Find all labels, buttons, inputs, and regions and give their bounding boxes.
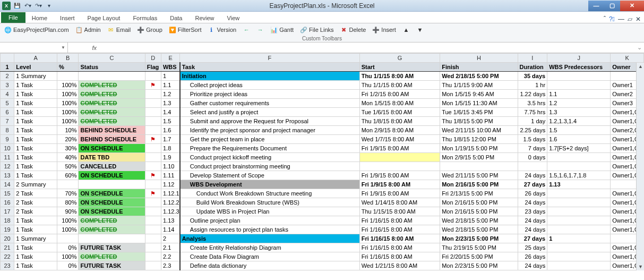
cell-pct[interactable]: 40% xyxy=(57,153,79,162)
cell-duration[interactable]: 0 days xyxy=(518,153,547,162)
row-header[interactable]: 14 xyxy=(1,180,14,189)
cell-wbs[interactable]: 1.12.3 xyxy=(161,207,179,216)
cell-level[interactable]: 2 Task xyxy=(14,189,57,198)
row-header[interactable]: 10 xyxy=(1,144,14,153)
toolbar-btn-7[interactable]: → xyxy=(255,25,265,35)
cell-pred[interactable] xyxy=(547,216,611,225)
row-header[interactable]: 6 xyxy=(1,108,14,117)
cell-flag[interactable] xyxy=(145,126,161,135)
toolbar-btn-6[interactable]: ← xyxy=(242,25,251,35)
ribbon-tab-view[interactable]: View xyxy=(221,13,246,23)
col-header-A[interactable]: A xyxy=(14,54,57,63)
cell-pct[interactable]: 30% xyxy=(57,144,79,153)
cell-start[interactable]: Fri 1/9/15 8:00 AM xyxy=(359,171,440,180)
qat-save-icon[interactable]: 💾 xyxy=(13,2,21,10)
cell-start[interactable]: Fri 1/16/15 8:00 AM xyxy=(359,225,440,234)
cell-level[interactable]: 1 Summary xyxy=(14,234,57,243)
ribbon-tab-review[interactable]: Review xyxy=(188,13,220,23)
cell-flag[interactable] xyxy=(145,117,161,126)
cell-finish[interactable]: Wed 2/18/15 5:00 PM xyxy=(440,216,518,225)
cell-duration[interactable]: 1.22 days xyxy=(518,90,547,99)
cell-start[interactable]: Fri 1/9/15 8:00 AM xyxy=(359,144,440,153)
cell-pct[interactable]: 100% xyxy=(57,90,79,99)
cell-pct[interactable]: 90% xyxy=(57,207,79,216)
header-status[interactable]: Status xyxy=(79,63,145,72)
cell-level[interactable]: 1 Task xyxy=(14,99,57,108)
cell-wbs[interactable]: 1.10 xyxy=(161,162,179,171)
cell-task[interactable]: Prioritize project ideas xyxy=(180,90,359,99)
cell-task[interactable]: Initiation xyxy=(180,72,359,81)
cell-flag[interactable] xyxy=(145,252,161,261)
cell-task[interactable]: WBS Development xyxy=(180,180,359,189)
cell-status[interactable]: DATE TBD xyxy=(79,153,145,162)
cell-status[interactable]: CANCELLED xyxy=(79,162,145,171)
cell-duration[interactable]: 7 days xyxy=(518,144,547,153)
cell-level[interactable]: 1 Task xyxy=(14,126,57,135)
cell-finish[interactable]: Thu 1/8/15 5:00 PM xyxy=(440,117,518,126)
cell-start[interactable]: Thu 1/1/15 8:00 AM xyxy=(359,72,440,81)
window-close-button[interactable]: ✕ xyxy=(620,1,644,11)
cell-finish[interactable]: Mon 2/16/15 5:00 PM xyxy=(440,198,518,207)
header-level[interactable]: Level xyxy=(14,63,57,72)
cell-level[interactable]: 2 Task xyxy=(14,207,57,216)
toolbar-easyprojectplan-com[interactable]: 🌐EasyProjectPlan.com xyxy=(3,25,70,35)
cell-task[interactable]: Conduct project brainstorming meeting xyxy=(180,162,359,171)
ribbon-collapse-icon[interactable]: ˆ xyxy=(604,15,606,23)
header-wbs[interactable]: WBS xyxy=(161,63,179,72)
cell-pct[interactable]: 50% xyxy=(57,162,79,171)
cell-level[interactable]: 1 Task xyxy=(14,252,57,261)
cell-finish[interactable]: Fri 2/20/15 5:00 PM xyxy=(440,252,518,261)
cell-wbs[interactable]: 2.1 xyxy=(161,243,179,252)
cell-flag[interactable]: ⚑ xyxy=(145,81,161,90)
row-header[interactable]: 13 xyxy=(1,171,14,180)
cell-status[interactable] xyxy=(79,72,145,81)
cell-wbs[interactable]: 1.1 xyxy=(161,81,179,90)
row-header[interactable]: 18 xyxy=(1,216,14,225)
header-task[interactable]: Task xyxy=(180,63,359,72)
cell-pct[interactable]: 100% xyxy=(57,225,79,234)
doc-close-icon[interactable]: ✕ xyxy=(636,15,641,23)
cell-flag[interactable] xyxy=(145,261,161,270)
cell-pct[interactable]: 70% xyxy=(57,189,79,198)
cell-pred[interactable]: 1 xyxy=(547,234,611,243)
cell-duration[interactable]: 24 days xyxy=(518,198,547,207)
cell-status[interactable] xyxy=(79,234,145,243)
cell-task[interactable]: Select and justify a project xyxy=(180,108,359,117)
cell-flag[interactable] xyxy=(145,99,161,108)
ribbon-tab-insert[interactable]: Insert xyxy=(54,13,81,23)
cell-level[interactable]: 2 Summary xyxy=(14,180,57,189)
cell-task[interactable]: Analysis xyxy=(180,234,359,243)
toolbar-gantt[interactable]: 📊Gantt xyxy=(269,25,295,35)
header-pct[interactable]: % xyxy=(57,63,79,72)
cell-duration[interactable]: 25 days xyxy=(518,243,547,252)
cell-flag[interactable] xyxy=(145,90,161,99)
cell-task[interactable]: Identify the project sponsor and project… xyxy=(180,126,359,135)
toolbar-btn-13[interactable]: ▼ xyxy=(415,25,425,35)
row-header[interactable]: 3 xyxy=(1,81,14,90)
cell-task[interactable]: Define data dictionary xyxy=(180,261,359,270)
toolbar-version[interactable]: ℹVersion xyxy=(207,25,237,35)
cell-status[interactable]: COMPLETED xyxy=(79,99,145,108)
cell-start[interactable] xyxy=(359,153,440,162)
cell-pred[interactable]: 1.13 xyxy=(547,180,611,189)
cell-pred[interactable]: 1.3 xyxy=(547,108,611,117)
cell-pct[interactable]: 20% xyxy=(57,135,79,144)
cell-flag[interactable] xyxy=(145,180,161,189)
cell-task[interactable]: Prepare the Requirements Document xyxy=(180,144,359,153)
window-maximize-button[interactable]: ▢ xyxy=(604,1,620,11)
cell-status[interactable]: COMPLETED xyxy=(79,117,145,126)
cell-finish[interactable]: Mon 1/5/15 9:45 AM xyxy=(440,90,518,99)
cell-start[interactable]: Fri 1/16/15 8:00 AM xyxy=(359,252,440,261)
cell-task[interactable]: Get the project team in place xyxy=(180,135,359,144)
select-all-corner[interactable] xyxy=(1,54,14,63)
cell-status[interactable]: COMPLETED xyxy=(79,216,145,225)
cell-duration[interactable]: 24 days xyxy=(518,261,547,270)
vertical-scrollbar[interactable]: ▲ ▼ xyxy=(636,63,644,270)
cell-start[interactable] xyxy=(359,162,440,171)
row-header[interactable]: 2 xyxy=(1,72,14,81)
cell-flag[interactable]: ⚑ xyxy=(145,171,161,180)
cell-finish[interactable]: Thu 1/1/15 9:00 AM xyxy=(440,81,518,90)
scroll-down-icon[interactable]: ▼ xyxy=(638,264,643,269)
cell-start[interactable]: Fri 1/16/15 8:00 AM xyxy=(359,234,440,243)
window-minimize-button[interactable]: — xyxy=(588,1,604,11)
